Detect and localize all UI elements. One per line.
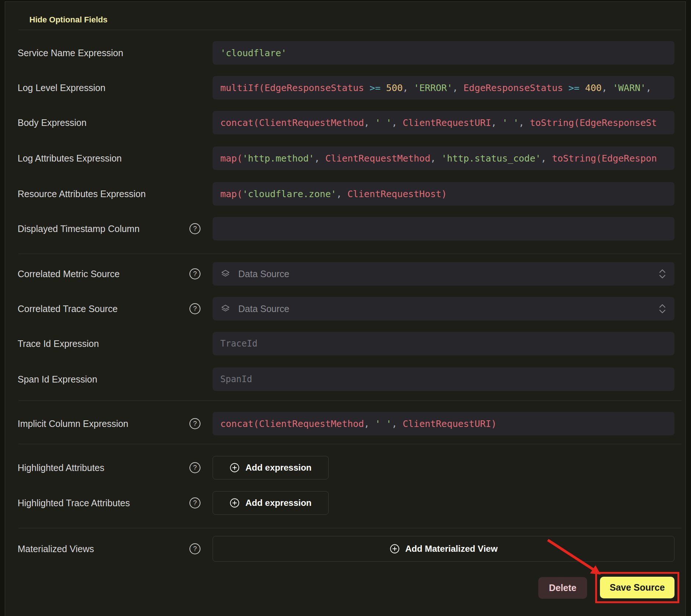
field-label: Displayed Timestamp Column	[18, 224, 140, 234]
svg-text:?: ?	[193, 270, 197, 278]
chevron-up-down-icon	[658, 269, 666, 279]
field-row-highlighted-trace-attributes: Highlighted Trace Attributes ? Add expre…	[5, 491, 686, 515]
save-source-button[interactable]: Save Source	[600, 577, 674, 598]
field-label: Correlated Metric Source	[18, 269, 120, 279]
span-id-expression-input[interactable]	[213, 367, 674, 391]
correlated-trace-source-select[interactable]: Data Source	[213, 297, 674, 320]
svg-text:?: ?	[193, 420, 197, 427]
body-expression-input[interactable]: concat(ClientRequestMethod, ' ', ClientR…	[213, 111, 674, 134]
code-text: map('cloudflare.zone', ClientRequestHost…	[213, 189, 455, 199]
log-attributes-expression-input[interactable]: map('http.method', ClientRequestMethod, …	[213, 146, 674, 170]
log-level-expression-input[interactable]: multiIf(EdgeResponseStatus >= 500, 'ERRO…	[213, 76, 674, 99]
help-icon[interactable]: ?	[189, 418, 201, 430]
layers-stack-icon	[221, 269, 230, 279]
screenshot-stage: Hide Optional Fields Service Name Expres…	[0, 0, 691, 616]
field-row-trace-id: Trace Id Expression	[5, 332, 686, 355]
delete-button[interactable]: Delete	[538, 577, 587, 599]
add-expression-button[interactable]: Add expression	[213, 456, 329, 479]
help-icon[interactable]: ?	[189, 462, 201, 474]
field-row-log-attributes: Log Attributes Expression map('http.meth…	[5, 146, 686, 170]
field-label: Correlated Trace Source	[18, 304, 117, 314]
field-row-correlated-trace: Correlated Trace Source ? Data Source	[5, 297, 686, 320]
source-settings-panel: Hide Optional Fields Service Name Expres…	[5, 1, 686, 616]
plus-circle-icon	[229, 463, 240, 473]
add-materialized-view-button[interactable]: Add Materialized View	[213, 536, 674, 562]
field-label: Span Id Expression	[18, 374, 97, 385]
code-text: concat(ClientRequestMethod, ' ', ClientR…	[213, 117, 665, 128]
section-divider	[18, 528, 681, 528]
code-text: 'cloudflare'	[213, 48, 294, 58]
field-row-service-name: Service Name Expression 'cloudflare'	[5, 41, 686, 65]
add-expression-button[interactable]: Add expression	[213, 491, 329, 515]
button-label: Add expression	[245, 463, 311, 473]
field-row-log-level: Log Level Expression multiIf(EdgeRespons…	[5, 76, 686, 99]
button-label: Add expression	[245, 498, 311, 508]
help-icon[interactable]: ?	[189, 497, 201, 509]
field-label: Log Attributes Expression	[18, 153, 122, 164]
section-divider	[18, 444, 681, 444]
svg-text:?: ?	[193, 464, 197, 471]
field-row-span-id: Span Id Expression	[5, 367, 686, 391]
svg-text:?: ?	[193, 305, 197, 312]
field-label: Body Expression	[18, 117, 87, 128]
field-row-correlated-metric: Correlated Metric Source ? Data Source	[5, 262, 686, 286]
displayed-timestamp-input[interactable]	[213, 217, 674, 240]
svg-text:?: ?	[193, 225, 197, 232]
field-label: Trace Id Expression	[18, 338, 99, 349]
button-label: Add Materialized View	[405, 544, 498, 554]
help-icon[interactable]: ?	[189, 268, 201, 280]
field-label: Service Name Expression	[18, 48, 123, 58]
correlated-metric-source-select[interactable]: Data Source	[213, 262, 674, 286]
field-row-resource-attributes: Resource Attributes Expression map('clou…	[5, 182, 686, 206]
field-row-displayed-timestamp: Displayed Timestamp Column ?	[5, 217, 686, 240]
service-name-expression-input[interactable]: 'cloudflare'	[213, 41, 674, 65]
trace-id-expression-input[interactable]	[213, 332, 674, 355]
section-divider	[18, 254, 681, 254]
field-row-highlighted-attributes: Highlighted Attributes ? Add expression	[5, 456, 686, 479]
field-row-body: Body Expression concat(ClientRequestMeth…	[5, 111, 686, 134]
code-text: map('http.method', ClientRequestMethod, …	[213, 153, 665, 164]
code-text: multiIf(EdgeResponseStatus >= 500, 'ERRO…	[213, 83, 659, 93]
chevron-up-down-icon	[658, 304, 666, 314]
field-label: Highlighted Attributes	[18, 463, 104, 473]
help-icon[interactable]: ?	[189, 543, 201, 555]
svg-text:?: ?	[193, 499, 197, 507]
svg-text:?: ?	[193, 545, 197, 552]
help-icon[interactable]: ?	[189, 223, 201, 235]
field-row-materialized-views: Materialized Views ? Add Materialized Vi…	[5, 536, 686, 562]
resource-attributes-expression-input[interactable]: map('cloudflare.zone', ClientRequestHost…	[213, 182, 674, 206]
layers-stack-icon	[221, 304, 230, 314]
plus-circle-icon	[390, 544, 400, 554]
select-placeholder: Data Source	[238, 269, 658, 279]
field-label: Log Level Expression	[18, 83, 105, 93]
section-divider	[18, 401, 681, 401]
field-label: Resource Attributes Expression	[18, 189, 146, 199]
code-text: concat(ClientRequestMethod, ' ', ClientR…	[213, 418, 504, 429]
help-icon[interactable]: ?	[189, 303, 201, 315]
field-label: Highlighted Trace Attributes	[18, 498, 130, 508]
section-divider	[18, 30, 681, 30]
plus-circle-icon	[229, 498, 240, 508]
field-label: Materialized Views	[18, 544, 94, 554]
field-label: Implicit Column Expression	[18, 418, 129, 429]
field-row-implicit-column: Implicit Column Expression ? concat(Clie…	[5, 412, 686, 435]
hide-optional-fields-link[interactable]: Hide Optional Fields	[29, 15, 108, 25]
select-placeholder: Data Source	[238, 304, 658, 314]
implicit-column-expression-input[interactable]: concat(ClientRequestMethod, ' ', ClientR…	[213, 412, 674, 435]
